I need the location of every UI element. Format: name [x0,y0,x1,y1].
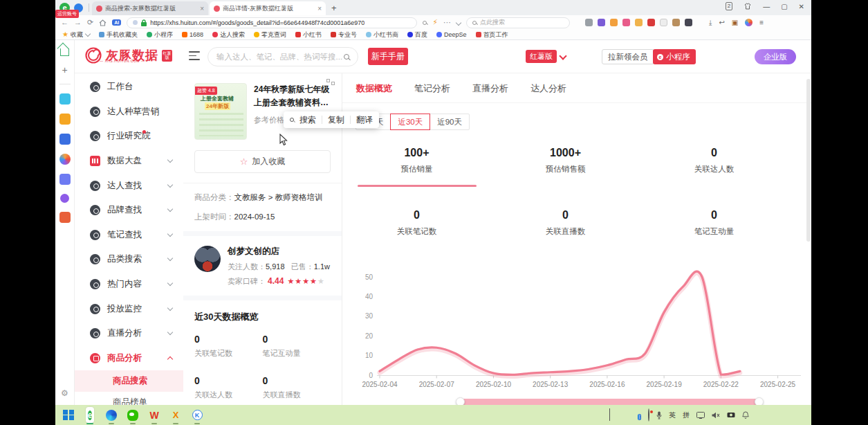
search-icon[interactable] [344,54,349,60]
notification-bell-icon[interactable] [742,411,749,419]
toolbar-chevron-icon[interactable] [456,19,461,25]
enterprise-button[interactable]: 企业版 [755,49,796,64]
dog-ext-icon[interactable] [672,19,680,26]
tab-close-icon[interactable]: × [200,5,204,12]
bookmark-item[interactable]: 小程序 [147,30,173,39]
popup-translate[interactable]: 翻译 [356,114,373,126]
sidebar-item-1[interactable]: 达人种草营销 [75,100,183,125]
slider-handle-right[interactable] [755,397,764,406]
popup-search[interactable]: 搜索 [299,114,316,126]
star-app-icon[interactable] [59,114,71,125]
analysis-tab-0[interactable]: 数据概览 [356,82,392,95]
qr-widget-icon[interactable] [326,79,336,87]
quick-search-box[interactable]: 点此搜索 [466,17,570,28]
windows-start-icon[interactable] [62,409,75,422]
bookmark-item[interactable]: 达人搜索 [212,30,245,39]
analysis-tab-1[interactable]: 笔记分析 [414,82,450,95]
tab-close-icon[interactable]: × [317,5,322,12]
ai-ring-app-icon[interactable] [59,154,71,165]
version-chevron-down-icon[interactable] [559,52,566,60]
sidebar-item-8[interactable]: 热门内容 [75,272,183,297]
maximize-button[interactable]: ▢ [781,3,787,10]
shop-avatar[interactable] [194,246,221,272]
purple-app-icon[interactable] [60,194,69,203]
bear-ext-icon[interactable] [610,19,618,26]
more-options-icon[interactable]: ⋯ [443,19,451,26]
lightning-icon[interactable]: ⚡ [432,19,438,26]
purple-ext-icon[interactable] [598,19,605,26]
version-badge[interactable]: 红薯版 [526,50,557,63]
ai-assistant-icon[interactable]: AI [112,19,121,26]
microphone-icon[interactable] [656,411,662,419]
shop-name[interactable]: 创梦文创的店 [228,246,330,257]
network-app-icon[interactable] [59,134,71,145]
tray-chevron-up-icon[interactable] [609,409,610,422]
theme-ring-icon[interactable] [745,19,752,26]
side-settings-gear-icon[interactable]: ⚙ [61,388,68,398]
download-icon[interactable]: ⤓ [709,19,712,27]
sidebar-item-10[interactable]: 直播分析 [75,321,183,346]
analysis-tab-3[interactable]: 达人分析 [530,82,566,95]
bookmark-item[interactable]: ★收藏 [62,30,90,39]
product-image[interactable]: 超赞 4.8 上册全套教辅 24年新版 [194,83,247,140]
wps-icon[interactable]: W [148,409,160,422]
collapse-menu-icon[interactable] [189,51,200,60]
sidebar-item-4[interactable]: 达人查找 [75,173,183,198]
minimize-button[interactable]: — [763,3,770,10]
white-ext-icon[interactable] [660,19,667,26]
browser-tab-2[interactable]: 商品详情-灰豚数据红薯版 × [210,1,326,15]
address-bar[interactable]: https://xhs.huitun.com/#/goods/goods_det… [127,17,417,28]
sidebar-subitem-0[interactable]: 商品搜索 [75,370,183,392]
stat-card-3[interactable]: 0关联笔记数 [342,209,491,237]
bookmark-item[interactable]: 小红书商 [366,30,398,39]
zoom-page-icon[interactable] [423,21,427,25]
close-button[interactable]: ✕ [799,3,804,10]
lang-pinyin-indicator[interactable]: 拼 [683,410,690,420]
range-pill-1[interactable]: 近30天 [390,114,430,130]
back-icon[interactable]: ← [61,19,68,26]
stat-card-2[interactable]: 0关联达人数 [640,147,788,187]
analysis-tab-2[interactable]: 直播分析 [472,82,508,95]
bluetooth-icon[interactable]: ᛒ [638,409,641,422]
game-app-icon[interactable] [59,212,71,223]
sidebar-item-6[interactable]: 笔记查找 [75,223,183,248]
undo-icon[interactable]: ↩ [719,19,724,26]
invite-member-button[interactable]: 拉新领会员 [602,49,654,64]
chart-zoom-slider[interactable] [460,399,759,405]
sidebar-item-0[interactable]: 工作台 [75,75,183,100]
k-app-icon[interactable]: K [191,409,203,422]
reload-icon[interactable]: ⟳ [87,19,93,26]
sidebar-item-7[interactable]: 品类搜索 [75,247,183,272]
bookmark-item[interactable]: 首页工作 [476,30,508,39]
screen-cast-icon[interactable] [696,412,705,419]
scissors-ext-icon[interactable] [585,19,593,26]
browser-tab-1[interactable]: 商品搜索-灰豚数据红薯版 × [92,1,208,15]
skin-theme-icon[interactable] [744,3,752,10]
stat-card-0[interactable]: 100+预估销量 [342,147,491,187]
miniapp-button[interactable]: e 小程序 [653,49,696,64]
stat-card-5[interactable]: 0笔记互动量 [640,209,788,237]
scrollbar-thumb[interactable] [806,79,811,242]
main-scrollbar[interactable] [806,79,811,397]
handbook-button[interactable]: 新手手册 [368,48,408,65]
add-favorite-button[interactable]: ☆ 加入收藏 [194,150,331,173]
side-home-icon[interactable] [60,48,69,56]
pin-ext-icon[interactable] [685,19,692,26]
popup-copy[interactable]: 复制 [328,114,344,126]
sidebar-item-5[interactable]: 品牌查找 [75,198,183,223]
side-add-icon[interactable]: + [62,65,67,75]
edge-icon[interactable] [105,409,118,422]
person-ext-icon[interactable] [635,19,643,26]
tab-count-badge[interactable]: 2 [726,2,732,10]
bookmark-item[interactable]: 百度 [407,30,427,39]
lang-english-indicator[interactable]: 英 [669,410,676,420]
ai-app-icon[interactable] [59,174,71,185]
bookmark-item[interactable]: 专业号 [331,30,357,39]
browser-360-icon[interactable]: e [84,409,96,422]
ribbon-ext-icon[interactable] [622,19,630,26]
sidebar-item-3[interactable]: 数据大盘 [75,149,183,174]
bookmark-item[interactable]: 手机收藏夹 [99,30,138,39]
sidebar-subitem-1[interactable]: 商品榜单 [75,392,183,405]
range-pill-2[interactable]: 近90天 [430,114,470,130]
x-app-icon[interactable]: X [169,409,182,422]
